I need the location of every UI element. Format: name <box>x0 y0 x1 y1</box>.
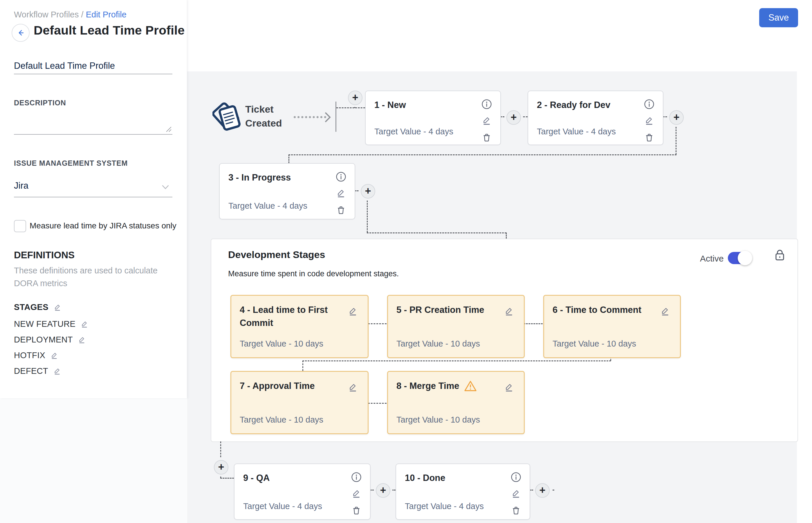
edit-pencil-icon[interactable] <box>53 303 62 311</box>
info-icon[interactable] <box>644 99 655 110</box>
edit-pencil-icon[interactable] <box>80 320 89 328</box>
resize-handle-icon[interactable] <box>165 126 172 132</box>
add-stage-button[interactable]: + <box>376 483 390 498</box>
breadcrumb-current[interactable]: Edit Profile <box>86 10 127 19</box>
info-icon[interactable] <box>336 171 346 182</box>
connector-line <box>370 490 376 490</box>
connector-line <box>520 116 528 117</box>
info-icon[interactable] <box>351 472 362 483</box>
profile-name-input[interactable] <box>14 58 173 74</box>
lock-icon[interactable] <box>773 248 787 263</box>
add-stage-button[interactable]: + <box>535 483 549 498</box>
edit-pencil-icon[interactable] <box>644 115 655 126</box>
connector-line <box>367 198 368 233</box>
page-background <box>0 398 187 523</box>
connector-line <box>530 490 536 490</box>
stage-title: 3 - In Progress <box>229 173 291 183</box>
definition-item-deployment[interactable]: DEPLOYMENT <box>14 334 86 345</box>
plus-icon: + <box>673 112 679 123</box>
stage-title: 4 - Lead time to First Commit <box>240 303 336 329</box>
edit-pencil-icon[interactable] <box>660 306 671 317</box>
stage-target-value: Target Value - 10 days <box>396 415 480 425</box>
stage-target-value: Target Value - 4 days <box>229 201 307 211</box>
edit-pencil-icon[interactable] <box>481 115 492 126</box>
definitions-title: DEFINITIONS <box>14 250 75 260</box>
edit-pencil-icon[interactable] <box>351 488 362 499</box>
stage-target-value: Target Value - 4 days <box>405 502 484 511</box>
edit-pencil-icon[interactable] <box>50 351 59 360</box>
issue-management-select[interactable]: Jira <box>14 176 173 197</box>
active-toggle[interactable] <box>728 252 750 264</box>
add-stage-button[interactable]: + <box>361 184 375 199</box>
plus-icon: + <box>380 485 386 495</box>
dev-panel-subtitle: Measure time spent in code development s… <box>228 269 399 278</box>
chevron-down-icon <box>160 182 170 192</box>
plus-icon: + <box>218 462 224 472</box>
stage-target-value: Target Value - 10 days <box>240 415 323 425</box>
definition-item-hotfix[interactable]: HOTFIX <box>14 349 59 361</box>
add-stage-button[interactable]: + <box>669 110 684 125</box>
active-toggle-label: Active <box>700 254 724 264</box>
plus-icon: + <box>352 92 358 103</box>
edit-pencil-icon[interactable] <box>347 306 358 317</box>
connector-line <box>368 323 386 324</box>
stage-card-8: 8 - Merge Time Target Value - 10 days <box>387 371 525 434</box>
definition-item-label: DEFECT <box>14 366 48 376</box>
stage-title: 9 - QA <box>243 473 270 483</box>
stage-card-3: 3 - In Progress Target Value - 4 days <box>219 163 355 219</box>
stage-target-value: Target Value - 4 days <box>537 127 616 137</box>
description-textarea[interactable] <box>14 107 173 135</box>
connector-line <box>302 360 303 371</box>
save-button[interactable]: Save <box>759 8 798 27</box>
stage-card-5: 5 - PR Creation Time Target Value - 10 d… <box>387 295 525 358</box>
connector-line <box>549 490 554 490</box>
connector-line <box>367 233 506 233</box>
stage-title: 5 - PR Creation Time <box>396 303 484 317</box>
stage-title: 2 - Ready for Dev <box>537 100 610 110</box>
edit-pencil-icon[interactable] <box>510 488 522 499</box>
connector-line <box>336 107 365 108</box>
trash-icon[interactable] <box>481 132 492 143</box>
edit-pencil-icon[interactable] <box>347 382 358 393</box>
definition-item-label: NEW FEATURE <box>14 319 75 329</box>
add-stage-button[interactable]: + <box>214 460 229 474</box>
stage-card-2: 2 - Ready for Dev Target Value - 4 days <box>528 91 663 145</box>
trash-icon[interactable] <box>510 505 522 516</box>
issue-management-value: Jira <box>14 181 29 191</box>
info-icon[interactable] <box>481 99 492 110</box>
jira-statuses-checkbox[interactable] <box>14 220 26 232</box>
edit-pencil-icon[interactable] <box>504 382 515 393</box>
edit-pencil-icon[interactable] <box>504 306 515 317</box>
trash-icon[interactable] <box>644 132 655 143</box>
stage-card-6: 6 - Time to Comment Target Value - 10 da… <box>543 295 681 358</box>
issue-management-label: ISSUE MANAGEMENT SYSTEM <box>14 159 128 167</box>
connector-line <box>500 116 507 117</box>
start-arrow-line <box>294 116 326 118</box>
add-stage-button[interactable]: + <box>348 91 362 105</box>
connector-line <box>390 490 396 490</box>
edit-pencil-icon[interactable] <box>336 187 346 199</box>
back-button[interactable] <box>12 24 30 42</box>
info-icon[interactable] <box>510 472 522 483</box>
trash-icon[interactable] <box>336 204 346 215</box>
stage-card-1: 1 - New Target Value - 4 days <box>365 91 501 145</box>
connector-line <box>663 116 669 117</box>
edit-pencil-icon[interactable] <box>53 366 61 375</box>
add-stage-button[interactable]: + <box>506 110 521 125</box>
definition-item-new-feature[interactable]: NEW FEATURE <box>14 318 89 330</box>
edit-pencil-icon[interactable] <box>77 335 86 344</box>
connector-line <box>220 474 221 478</box>
stage-card-4: 4 - Lead time to First Commit Target Val… <box>231 295 368 358</box>
definition-item-stages[interactable]: STAGES <box>14 301 62 313</box>
plus-icon: + <box>365 186 371 196</box>
dev-panel-title: Development Stages <box>228 249 325 260</box>
description-label: DESCRIPTION <box>14 99 66 107</box>
definitions-subtitle: These definitions are used to calculate … <box>14 264 166 290</box>
definition-item-defect[interactable]: DEFECT <box>14 365 61 377</box>
trash-icon[interactable] <box>351 505 362 516</box>
arrow-head-icon <box>324 111 331 123</box>
connector-line <box>288 155 676 155</box>
page-title: Default Lead Time Profile <box>34 23 184 37</box>
stage-target-value: Target Value - 4 days <box>243 502 322 511</box>
breadcrumb-root[interactable]: Workflow Profiles <box>14 10 79 19</box>
